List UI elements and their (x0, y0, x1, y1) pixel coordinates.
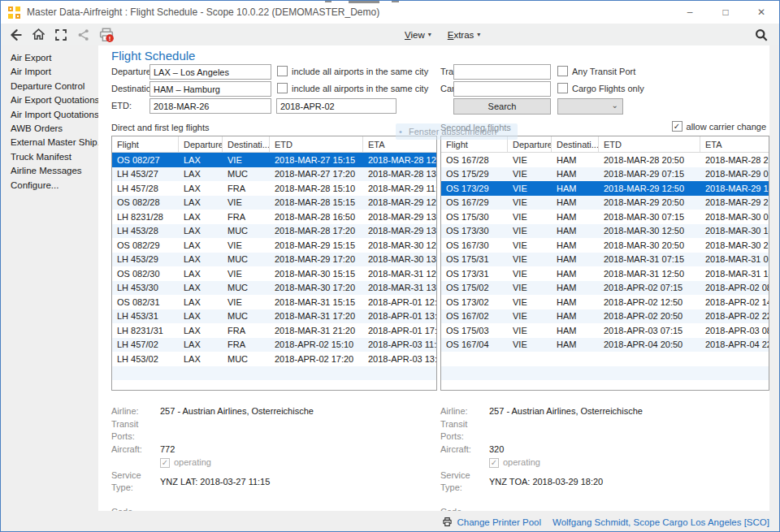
table-row[interactable]: OS 173/02VIEHAM2018-APR-02 12:502018-APR… (441, 295, 769, 309)
cell: 2018-APR-02 22:15 (700, 311, 769, 321)
table-row[interactable]: OS 173/30VIEHAM2018-MAR-30 12:502018-MAR… (441, 224, 769, 239)
cell: LH 453/31 (112, 311, 179, 321)
column-header[interactable]: Departure (179, 136, 223, 152)
share-icon[interactable] (72, 24, 95, 45)
departure-input[interactable] (150, 64, 271, 80)
column-header[interactable]: Flight (112, 136, 179, 152)
table-row[interactable]: OS 175/02VIEHAM2018-APR-02 07:152018-APR… (441, 281, 769, 296)
cargo-flights-only-checkbox[interactable] (557, 83, 568, 93)
cell: HAM (552, 283, 599, 292)
back-icon[interactable] (4, 24, 27, 45)
cell: 2018-MAR-30 13:30 (363, 254, 436, 264)
search-button[interactable]: Search (453, 98, 551, 115)
same-city-label: include all airports in the same city (292, 67, 428, 76)
fullscreen-icon[interactable] (50, 24, 72, 45)
column-header[interactable]: ETD (599, 136, 700, 152)
etd-to-input[interactable] (276, 98, 396, 114)
any-transit-port-label: Any Transit Port (572, 67, 635, 76)
cell: VIE (508, 184, 552, 193)
cell: 2018-MAR-31 15:15 (270, 297, 363, 307)
column-header[interactable]: ETD (270, 136, 363, 152)
table-row[interactable]: OS 082/30LAXVIE2018-MAR-30 15:152018-MAR… (112, 266, 436, 281)
printer-alert-icon[interactable]: ! (95, 24, 118, 45)
same-city-checkbox[interactable] (277, 66, 288, 76)
sidebar-item-external-master-ship[interactable]: External Master Ship... (11, 136, 98, 149)
cell: VIE (223, 155, 270, 165)
table-row[interactable]: OS 175/03VIEHAM2018-APR-03 07:152018-APR… (441, 323, 769, 338)
table-row[interactable]: OS 167/28VIEHAM2018-MAR-28 20:502018-MAR… (441, 153, 769, 167)
table-row[interactable]: OS 167/02VIEHAM2018-APR-02 20:502018-APR… (441, 309, 769, 324)
sidebar-item-air-import-quotations[interactable]: Air Import Quotations (11, 108, 98, 122)
table-row[interactable]: LH 453/30LAXMUC2018-MAR-30 17:202018-MAR… (112, 281, 436, 296)
table-row[interactable]: OS 173/31VIEHAM2018-MAR-31 12:502018-MAR… (441, 266, 769, 281)
table-row[interactable]: LH 453/02LAXMUC2018-APR-02 17:202018-APR… (112, 352, 436, 366)
table-row[interactable]: OS 167/04VIEHAM2018-APR-04 20:502018-APR… (441, 338, 769, 353)
table-row[interactable]: LH 453/27LAXMUC2018-MAR-27 17:202018-MAR… (112, 167, 436, 182)
table-row[interactable]: LH 453/31LAXMUC2018-MAR-31 17:202018-APR… (112, 309, 436, 324)
sidebar-item-air-export[interactable]: Air Export (11, 51, 98, 65)
table-row[interactable]: OS 175/29VIEHAM2018-MAR-29 07:152018-MAR… (441, 167, 769, 182)
etd-label: ETD: (111, 101, 132, 110)
window-title: Master Data-Airfreight : Flight Schedule… (27, 6, 379, 18)
table-row[interactable]: OS 082/28LAXVIE2018-MAR-28 15:152018-MAR… (112, 196, 436, 210)
service-type-label: Service Type: (111, 469, 160, 494)
background-artifact (392, 1, 399, 2)
table-row[interactable]: LH 8231/28LAXFRA2018-MAR-28 16:502018-MA… (112, 210, 436, 224)
sidebar-item-awb-orders[interactable]: AWB Orders (11, 122, 98, 136)
home-icon[interactable] (27, 24, 50, 45)
cell: FRA (223, 326, 270, 335)
menu-extras[interactable]: Extras▾ (448, 30, 481, 40)
sidebar-item-configure[interactable]: Configure... (11, 179, 98, 192)
sidebar-item-departure-control[interactable]: Departure Control (11, 80, 98, 93)
cell: 2018-APR-03 08:45 (700, 326, 769, 335)
table-row[interactable]: OS 082/27LAXVIE2018-MAR-27 15:152018-MAR… (112, 153, 436, 167)
table-row[interactable]: OS 082/31LAXVIE2018-MAR-31 15:152018-APR… (112, 295, 436, 309)
table-row[interactable]: OS 173/29VIEHAM2018-MAR-29 12:502018-MAR… (441, 181, 769, 196)
cell: LH 457/02 (112, 340, 179, 349)
cell: 2018-MAR-30 07:15 (599, 212, 700, 222)
sidebar-item-air-import[interactable]: Air Import (11, 65, 98, 79)
column-header[interactable]: Destinati... (552, 136, 599, 152)
cell: VIE (508, 212, 552, 222)
user-branch-link[interactable]: Wolfgang Schmidt, Scope Cargo Los Angele… (552, 517, 769, 527)
table-row[interactable]: LH 8231/31LAXFRA2018-MAR-31 21:202018-AP… (112, 323, 436, 338)
table-row[interactable]: LH 457/28LAXFRA2018-MAR-28 15:102018-MAR… (112, 181, 436, 196)
sidebar-item-airline-messages[interactable]: Airline Messages (11, 164, 98, 178)
cell: OS 175/31 (441, 254, 508, 264)
maximize-button[interactable]: □ (708, 1, 743, 24)
cell: 2018-MAR-29 13:30 (363, 226, 436, 236)
table-row[interactable]: LH 453/28LAXMUC2018-MAR-28 17:202018-MAR… (112, 224, 436, 239)
table-row[interactable]: OS 175/31VIEHAM2018-MAR-31 07:152018-MAR… (441, 253, 769, 267)
column-header[interactable]: Destinati... (223, 136, 270, 152)
change-printer-pool-link[interactable]: Change Printer Pool (442, 517, 541, 527)
search-icon[interactable] (750, 24, 773, 45)
sidebar-item-air-export-quotations[interactable]: Air Export Quotations (11, 93, 98, 107)
table-row[interactable]: LH 453/29LAXMUC2018-MAR-29 17:202018-MAR… (112, 253, 436, 267)
table-row[interactable]: OS 082/29LAXVIE2018-MAR-29 15:152018-MAR… (112, 238, 436, 253)
etd-from-input[interactable] (150, 98, 271, 114)
carrier-input[interactable] (453, 81, 551, 97)
any-transit-port-checkbox[interactable] (557, 66, 568, 76)
minimize-button[interactable]: – (672, 1, 708, 24)
close-button[interactable]: ✕ (743, 1, 779, 24)
same-city-checkbox[interactable] (277, 83, 288, 93)
table-row[interactable]: OS 167/29VIEHAM2018-MAR-29 20:502018-MAR… (441, 196, 769, 210)
allow-carrier-change-checkbox[interactable] (672, 121, 682, 132)
transit-input[interactable] (453, 64, 551, 80)
destination-input[interactable] (150, 81, 271, 97)
departure-same-city-option: include all airports in the same city (277, 66, 428, 76)
column-header[interactable]: ETA (700, 136, 769, 152)
cell: LH 453/02 (112, 354, 179, 364)
filter-dropdown[interactable]: ⌄ (557, 98, 623, 115)
cell: MUC (223, 354, 270, 364)
table-row[interactable]: OS 175/30VIEHAM2018-MAR-30 07:152018-MAR… (441, 210, 769, 224)
sidebar-item-truck-manifest[interactable]: Truck Manifest (11, 150, 98, 164)
service-type-value: YNZ LAT: 2018-03-27 11:15 (160, 476, 270, 488)
table-row[interactable]: OS 167/30VIEHAM2018-MAR-30 20:502018-MAR… (441, 238, 769, 253)
cell: VIE (508, 283, 552, 292)
cell: LH 457/28 (112, 184, 179, 193)
cell: 2018-APR-03 11:20 (363, 340, 436, 349)
cell: VIE (508, 269, 552, 279)
table-row[interactable]: LH 457/02LAXFRA2018-APR-02 15:102018-APR… (112, 338, 436, 353)
menu-view[interactable]: View▾ (405, 30, 431, 40)
